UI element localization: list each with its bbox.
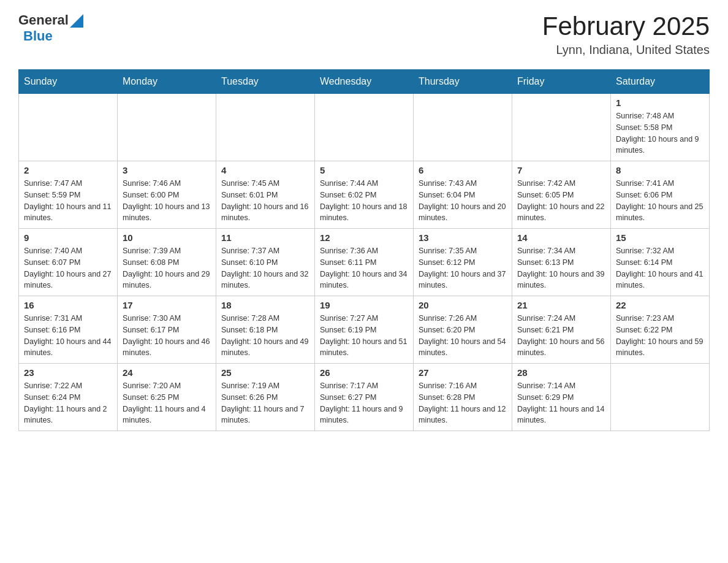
calendar-cell: 22Sunrise: 7:23 AMSunset: 6:22 PMDayligh… (611, 296, 710, 364)
day-of-week-header: Thursday (414, 70, 512, 94)
day-number: 28 (517, 367, 605, 378)
day-number: 7 (517, 165, 605, 175)
calendar-cell: 19Sunrise: 7:27 AMSunset: 6:19 PMDayligh… (315, 296, 414, 364)
calendar-cell: 13Sunrise: 7:35 AMSunset: 6:12 PMDayligh… (414, 229, 512, 296)
day-of-week-header: Saturday (611, 70, 710, 94)
calendar-cell: 20Sunrise: 7:26 AMSunset: 6:20 PMDayligh… (414, 296, 512, 364)
calendar-week-row: 23Sunrise: 7:22 AMSunset: 6:24 PMDayligh… (19, 364, 710, 431)
calendar-cell: 15Sunrise: 7:32 AMSunset: 6:14 PMDayligh… (611, 229, 710, 296)
day-number: 22 (616, 300, 704, 310)
day-number: 2 (24, 165, 112, 175)
day-info: Sunrise: 7:27 AMSunset: 6:19 PMDaylight:… (320, 313, 408, 359)
day-info: Sunrise: 7:20 AMSunset: 6:25 PMDaylight:… (123, 380, 211, 426)
logo-blue-text: Blue (23, 28, 53, 44)
day-number: 16 (24, 300, 112, 310)
day-info: Sunrise: 7:39 AMSunset: 6:08 PMDaylight:… (123, 245, 211, 291)
calendar-cell: 16Sunrise: 7:31 AMSunset: 6:16 PMDayligh… (19, 296, 118, 364)
calendar-cell: 12Sunrise: 7:36 AMSunset: 6:11 PMDayligh… (315, 229, 414, 296)
calendar-cell: 8Sunrise: 7:41 AMSunset: 6:06 PMDaylight… (611, 161, 710, 229)
day-info: Sunrise: 7:46 AMSunset: 6:00 PMDaylight:… (123, 178, 211, 224)
calendar-cell: 11Sunrise: 7:37 AMSunset: 6:10 PMDayligh… (216, 229, 315, 296)
calendar-cell (118, 94, 216, 161)
calendar-cell: 24Sunrise: 7:20 AMSunset: 6:25 PMDayligh… (118, 364, 216, 431)
day-number: 1 (616, 98, 704, 108)
day-info: Sunrise: 7:32 AMSunset: 6:14 PMDaylight:… (616, 245, 704, 291)
calendar-cell (512, 94, 611, 161)
calendar-cell: 2Sunrise: 7:47 AMSunset: 5:59 PMDaylight… (19, 161, 118, 229)
day-info: Sunrise: 7:45 AMSunset: 6:01 PMDaylight:… (221, 178, 309, 224)
calendar-cell (216, 94, 315, 161)
day-number: 5 (320, 165, 408, 175)
day-of-week-header: Wednesday (315, 70, 414, 94)
day-number: 10 (123, 232, 211, 243)
day-number: 26 (320, 367, 408, 378)
page-header: General Blue February 2025 Lynn, Indiana… (18, 12, 710, 57)
calendar-cell (611, 364, 710, 431)
calendar-header-row: SundayMondayTuesdayWednesdayThursdayFrid… (19, 70, 710, 94)
day-info: Sunrise: 7:28 AMSunset: 6:18 PMDaylight:… (221, 313, 309, 359)
day-info: Sunrise: 7:14 AMSunset: 6:29 PMDaylight:… (517, 380, 605, 426)
calendar-cell: 14Sunrise: 7:34 AMSunset: 6:13 PMDayligh… (512, 229, 611, 296)
calendar-cell: 17Sunrise: 7:30 AMSunset: 6:17 PMDayligh… (118, 296, 216, 364)
calendar-table: SundayMondayTuesdayWednesdayThursdayFrid… (18, 69, 710, 431)
day-info: Sunrise: 7:23 AMSunset: 6:22 PMDaylight:… (616, 313, 704, 359)
day-info: Sunrise: 7:30 AMSunset: 6:17 PMDaylight:… (123, 313, 211, 359)
calendar-cell: 3Sunrise: 7:46 AMSunset: 6:00 PMDaylight… (118, 161, 216, 229)
calendar-week-row: 9Sunrise: 7:40 AMSunset: 6:07 PMDaylight… (19, 229, 710, 296)
day-info: Sunrise: 7:34 AMSunset: 6:13 PMDaylight:… (517, 245, 605, 291)
calendar-cell: 25Sunrise: 7:19 AMSunset: 6:26 PMDayligh… (216, 364, 315, 431)
day-number: 4 (221, 165, 309, 175)
day-of-week-header: Monday (118, 70, 216, 94)
calendar-cell: 27Sunrise: 7:16 AMSunset: 6:28 PMDayligh… (414, 364, 512, 431)
day-info: Sunrise: 7:48 AMSunset: 5:58 PMDaylight:… (616, 110, 704, 156)
day-info: Sunrise: 7:26 AMSunset: 6:20 PMDaylight:… (419, 313, 507, 359)
calendar-week-row: 2Sunrise: 7:47 AMSunset: 5:59 PMDaylight… (19, 161, 710, 229)
day-info: Sunrise: 7:44 AMSunset: 6:02 PMDaylight:… (320, 178, 408, 224)
day-of-week-header: Friday (512, 70, 611, 94)
day-number: 9 (24, 232, 112, 243)
calendar-cell: 7Sunrise: 7:42 AMSunset: 6:05 PMDaylight… (512, 161, 611, 229)
day-info: Sunrise: 7:40 AMSunset: 6:07 PMDaylight:… (24, 245, 112, 291)
day-number: 21 (517, 300, 605, 310)
day-info: Sunrise: 7:17 AMSunset: 6:27 PMDaylight:… (320, 380, 408, 426)
day-info: Sunrise: 7:43 AMSunset: 6:04 PMDaylight:… (419, 178, 507, 224)
day-number: 13 (419, 232, 507, 243)
calendar-cell: 18Sunrise: 7:28 AMSunset: 6:18 PMDayligh… (216, 296, 315, 364)
calendar-cell: 28Sunrise: 7:14 AMSunset: 6:29 PMDayligh… (512, 364, 611, 431)
calendar-cell: 10Sunrise: 7:39 AMSunset: 6:08 PMDayligh… (118, 229, 216, 296)
calendar-week-row: 16Sunrise: 7:31 AMSunset: 6:16 PMDayligh… (19, 296, 710, 364)
calendar-cell: 6Sunrise: 7:43 AMSunset: 6:04 PMDaylight… (414, 161, 512, 229)
day-info: Sunrise: 7:19 AMSunset: 6:26 PMDaylight:… (221, 380, 309, 426)
day-number: 17 (123, 300, 211, 310)
day-of-week-header: Sunday (19, 70, 118, 94)
day-info: Sunrise: 7:36 AMSunset: 6:11 PMDaylight:… (320, 245, 408, 291)
day-number: 24 (123, 367, 211, 378)
calendar-cell (414, 94, 512, 161)
day-info: Sunrise: 7:24 AMSunset: 6:21 PMDaylight:… (517, 313, 605, 359)
day-number: 20 (419, 300, 507, 310)
day-info: Sunrise: 7:37 AMSunset: 6:10 PMDaylight:… (221, 245, 309, 291)
calendar-cell (19, 94, 118, 161)
day-number: 15 (616, 232, 704, 243)
day-number: 12 (320, 232, 408, 243)
day-of-week-header: Tuesday (216, 70, 315, 94)
day-info: Sunrise: 7:42 AMSunset: 6:05 PMDaylight:… (517, 178, 605, 224)
day-number: 27 (419, 367, 507, 378)
calendar-week-row: 1Sunrise: 7:48 AMSunset: 5:58 PMDaylight… (19, 94, 710, 161)
day-number: 8 (616, 165, 704, 175)
day-number: 3 (123, 165, 211, 175)
logo-triangle-icon (70, 14, 83, 28)
location-title: Lynn, Indiana, United States (542, 43, 710, 57)
calendar-cell: 5Sunrise: 7:44 AMSunset: 6:02 PMDaylight… (315, 161, 414, 229)
svg-marker-0 (70, 14, 83, 28)
logo-general-text: General (18, 12, 69, 28)
day-number: 23 (24, 367, 112, 378)
day-info: Sunrise: 7:22 AMSunset: 6:24 PMDaylight:… (24, 380, 112, 426)
day-number: 14 (517, 232, 605, 243)
calendar-cell: 23Sunrise: 7:22 AMSunset: 6:24 PMDayligh… (19, 364, 118, 431)
month-title: February 2025 (542, 12, 710, 40)
title-block: February 2025 Lynn, Indiana, United Stat… (542, 12, 710, 57)
day-number: 6 (419, 165, 507, 175)
day-info: Sunrise: 7:35 AMSunset: 6:12 PMDaylight:… (419, 245, 507, 291)
calendar-cell: 21Sunrise: 7:24 AMSunset: 6:21 PMDayligh… (512, 296, 611, 364)
